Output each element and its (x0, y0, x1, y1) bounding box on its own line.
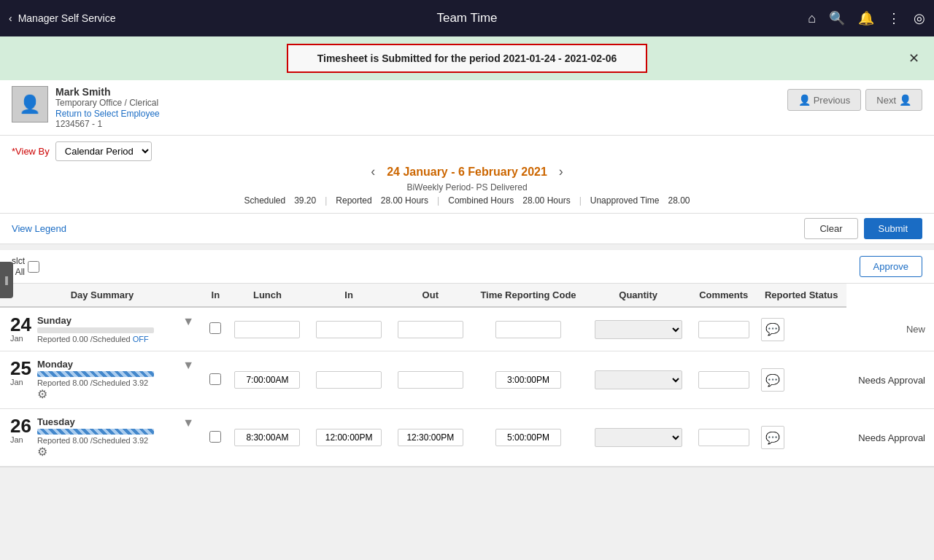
trc-select-2[interactable] (595, 428, 682, 447)
action-buttons: Clear Submit (804, 218, 922, 239)
out-input-1[interactable] (495, 371, 561, 389)
lunch-input-1[interactable] (316, 371, 382, 389)
day-reported: Reported 8.00 /Scheduled 3.92 (37, 436, 177, 445)
comments-cell-1: 💬 (757, 351, 846, 409)
status-label-0: New (906, 324, 925, 335)
in2-input-1[interactable] (398, 371, 463, 389)
trc-select-1[interactable] (595, 370, 682, 389)
next-label: Next (876, 95, 896, 106)
in2-cell-0 (390, 307, 471, 351)
qty-input-1[interactable] (698, 371, 749, 389)
lunch-cell-0 (308, 307, 390, 351)
search-icon[interactable]: 🔍 (829, 10, 845, 26)
in1-input-0[interactable] (234, 321, 300, 338)
employee-row: 👤 Mark Smith Temporary Office / Clerical… (0, 80, 934, 136)
trc-select-0[interactable] (595, 320, 682, 339)
employee-dept: Temporary Office / Clerical (55, 98, 160, 108)
col-comments: Comments (691, 284, 757, 307)
out-cell-1 (471, 351, 586, 409)
top-nav: ‹ Manager Self Service Team Time ⌂ 🔍 🔔 ⋮… (0, 0, 934, 36)
status-label-1: Needs Approval (858, 375, 925, 386)
qty-input-0[interactable] (698, 321, 749, 338)
select-all-checkbox[interactable] (28, 261, 39, 273)
trc-cell-1 (585, 351, 691, 409)
action-row: View Legend Clear Submit (0, 214, 934, 244)
nav-left: ‹ Manager Self Service (9, 12, 116, 24)
bell-icon[interactable]: 🔔 (858, 10, 874, 26)
comment-button-2[interactable]: 💬 (761, 426, 784, 449)
approve-button[interactable]: Approve (860, 256, 922, 277)
status-cell-2: Needs Approval (846, 409, 934, 467)
row-checkbox-1[interactable] (209, 373, 221, 385)
table-row: 26 Jan Tuesday Reported 8.00 /Scheduled … (0, 409, 934, 467)
day-reported: Reported 0.00 /Scheduled OFF (37, 335, 177, 343)
combined-label: Combined Hours (445, 195, 517, 206)
trc-cell-2 (585, 409, 691, 467)
submit-button[interactable]: Submit (864, 218, 922, 239)
more-icon[interactable]: ⋮ (887, 10, 900, 26)
next-button[interactable]: Next 👤 (865, 89, 922, 111)
gear-icon[interactable]: ⚙ (37, 445, 177, 459)
col-day-summary: Day Summary (0, 284, 204, 307)
approve-row: slct All Approve (0, 250, 934, 284)
select-all-container: slct All (12, 256, 39, 277)
qty-input-2[interactable] (698, 429, 749, 446)
comments-cell-2: 💬 (757, 409, 846, 467)
comment-button-1[interactable]: 💬 (761, 368, 784, 392)
scroll-bar[interactable] (0, 467, 934, 478)
scheduled-label: Scheduled (241, 195, 288, 206)
status-cell-1: Needs Approval (846, 351, 934, 409)
out-input-2[interactable] (495, 429, 561, 446)
row-checkbox-2[interactable] (209, 431, 221, 443)
in1-cell-0 (227, 307, 309, 351)
row-check-cell-1 (204, 351, 227, 409)
back-arrow-icon[interactable]: ‹ (9, 12, 12, 24)
qty-cell-0 (691, 307, 757, 351)
previous-button[interactable]: 👤 Previous (787, 89, 862, 111)
app-title: Manager Self Service (18, 12, 116, 24)
in2-input-0[interactable] (398, 321, 463, 338)
view-by-select[interactable]: Calendar Period (55, 141, 152, 161)
gear-icon[interactable]: ⚙ (37, 387, 177, 401)
comment-button-0[interactable]: 💬 (761, 318, 784, 341)
in2-input-2[interactable] (398, 429, 463, 446)
expand-button[interactable]: ▼ (182, 359, 194, 372)
in1-input-1[interactable] (234, 371, 300, 389)
expand-button[interactable]: ▼ (182, 315, 194, 328)
lunch-cell-2 (308, 409, 390, 467)
col-out: Out (390, 284, 471, 307)
comments-cell-0: 💬 (757, 307, 846, 351)
date-next-arrow[interactable]: › (559, 164, 563, 179)
date-prev-arrow[interactable]: ‹ (371, 164, 375, 179)
unapproved-val: 28.00 (665, 195, 692, 206)
reported-label: Reported (333, 195, 374, 206)
row-check-cell-2 (204, 409, 227, 467)
trc-cell-0 (585, 307, 691, 351)
page-title: Team Time (436, 11, 497, 26)
stats-row: Scheduled 39.20 | Reported 28.00 Hours |… (12, 195, 922, 206)
status-cell-0: New (846, 307, 934, 351)
lunch-input-2[interactable] (316, 429, 382, 446)
collapse-panel[interactable]: ‖ (0, 262, 13, 298)
table-row: 25 Jan Monday Reported 8.00 /Scheduled 3… (0, 351, 934, 409)
home-icon[interactable]: ⌂ (808, 11, 816, 26)
day-name: Tuesday (37, 416, 177, 427)
in2-cell-2 (390, 409, 471, 467)
out-input-0[interactable] (495, 321, 561, 338)
previous-label: Previous (814, 95, 851, 106)
lunch-input-0[interactable] (316, 321, 382, 338)
forbidden-icon[interactable]: ◎ (914, 10, 925, 26)
day-cell-1: 25 Jan Monday Reported 8.00 /Scheduled 3… (0, 351, 204, 409)
col-lunch: Lunch (227, 284, 309, 307)
alert-close-button[interactable]: ✕ (908, 50, 919, 66)
row-checkbox-0[interactable] (209, 322, 221, 334)
expand-button[interactable]: ▼ (182, 416, 194, 429)
in1-input-2[interactable] (234, 429, 300, 446)
view-legend-link[interactable]: View Legend (12, 223, 66, 234)
next-icon: 👤 (899, 94, 911, 106)
all-label: All (15, 267, 25, 277)
in2-cell-1 (390, 351, 471, 409)
clear-button[interactable]: Clear (804, 218, 857, 239)
employee-id: 1234567 - 1 (55, 119, 160, 129)
return-select-employee-link[interactable]: Return to Select Employee (55, 109, 160, 119)
